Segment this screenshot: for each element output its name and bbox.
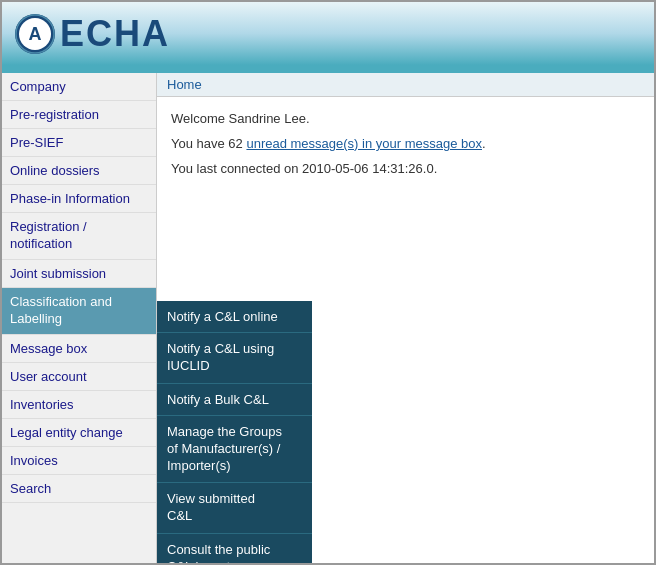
message-suffix: . [482, 136, 486, 151]
header: A ECHA [2, 2, 654, 67]
breadcrumb: Home [157, 73, 654, 97]
message-prefix: You have 62 [171, 136, 246, 151]
sidebar-item-message-box[interactable]: Message box [2, 335, 156, 363]
logo-container: A ECHA [14, 13, 170, 55]
submenu-item-notify-bulk[interactable]: Notify a Bulk C&L [157, 384, 312, 416]
sidebar-item-company[interactable]: Company [2, 73, 156, 101]
sidebar-item-phase-in[interactable]: Phase-in Information [2, 185, 156, 213]
sidebar: Company Pre-registration Pre-SIEF Online… [2, 73, 157, 563]
sidebar-item-inventories[interactable]: Inventories [2, 391, 156, 419]
sidebar-item-classification[interactable]: Classification andLabelling [2, 288, 156, 335]
last-connected-suffix: . [434, 161, 438, 176]
submenu-item-notify-online[interactable]: Notify a C&L online [157, 301, 312, 333]
logo-text: ECHA [60, 13, 170, 55]
breadcrumb-home-link[interactable]: Home [167, 77, 202, 92]
submenu-item-notify-iuclid[interactable]: Notify a C&L usingIUCLID [157, 333, 312, 384]
message-link[interactable]: unread message(s) in your message box [246, 136, 482, 151]
welcome-message: Welcome Sandrine Lee. [171, 111, 640, 126]
sidebar-item-user-account[interactable]: User account [2, 363, 156, 391]
sidebar-item-search[interactable]: Search [2, 475, 156, 503]
sidebar-item-legal-entity[interactable]: Legal entity change [2, 419, 156, 447]
echa-logo-icon: A [14, 13, 56, 55]
sidebar-item-pre-sief[interactable]: Pre-SIEF [2, 129, 156, 157]
submenu-item-consult-public[interactable]: Consult the publicC&L inventory [157, 534, 312, 563]
last-connected: You last connected on 2010-05-06 14:31:2… [171, 161, 640, 176]
svg-text:A: A [29, 24, 42, 44]
submenu-panel: Notify a C&L online Notify a C&L usingIU… [157, 301, 312, 563]
sidebar-item-invoices[interactable]: Invoices [2, 447, 156, 475]
last-connected-prefix: You last connected on [171, 161, 302, 176]
content-area: Company Pre-registration Pre-SIEF Online… [2, 73, 654, 563]
sidebar-item-online-dossiers[interactable]: Online dossiers [2, 157, 156, 185]
last-connected-value: 2010-05-06 14:31:26.0 [302, 161, 434, 176]
message-info: You have 62 unread message(s) in your me… [171, 136, 640, 151]
app-window: A ECHA Company Pre-registration Pre-SIEF… [0, 0, 656, 565]
submenu-item-manage-groups[interactable]: Manage the Groupsof Manufacturer(s) /Imp… [157, 416, 312, 484]
submenu-item-view-submitted[interactable]: View submittedC&L [157, 483, 312, 534]
sidebar-item-joint-submission[interactable]: Joint submission [2, 260, 156, 288]
sidebar-item-registration[interactable]: Registration /notification [2, 213, 156, 260]
sidebar-item-pre-registration[interactable]: Pre-registration [2, 101, 156, 129]
